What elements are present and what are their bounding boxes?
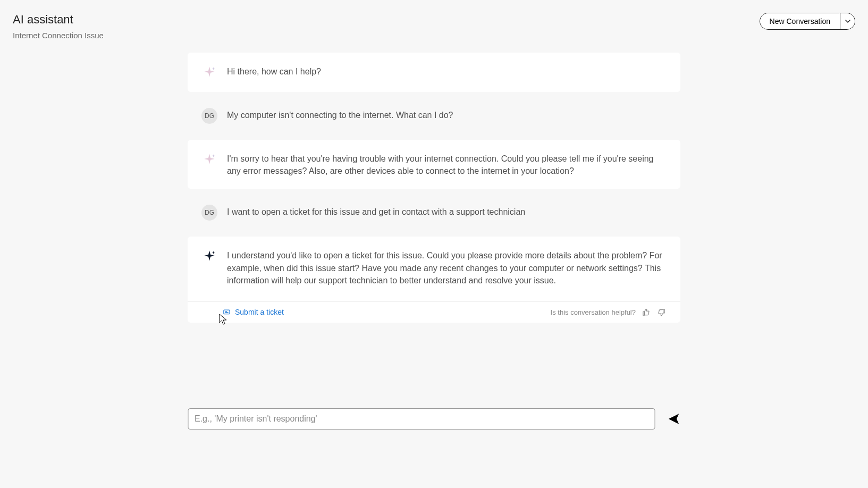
header: AI assistant Internet Connection Issue N… [0,0,868,40]
conversation-thread: Hi there, how can I help? DG My computer… [188,53,680,323]
message-text: I understand you'd like to open a ticket… [227,248,667,287]
user-message: DG I want to open a ticket for this issu… [188,197,680,228]
user-message: DG My computer isn't connecting to the i… [188,100,680,131]
message-input[interactable] [188,408,655,430]
page-title: AI assistant [13,13,104,27]
thumbs-up-button[interactable] [641,307,651,317]
message-action-bar: Submit a ticket Is this conversation hel… [188,301,680,323]
submit-ticket-button[interactable]: Submit a ticket [201,308,284,316]
chevron-down-icon [845,18,851,24]
ticket-icon [223,308,231,316]
sparkle-icon [201,152,217,167]
assistant-message: Hi there, how can I help? [188,53,680,92]
send-icon [667,412,680,426]
message-text: I'm sorry to hear that you're having tro… [227,152,667,177]
header-titles: AI assistant Internet Connection Issue [13,13,104,40]
thumbs-down-button[interactable] [656,307,667,317]
helpful-feedback: Is this conversation helpful? [551,307,667,317]
new-conversation-button[interactable]: New Conversation [760,13,840,29]
new-conversation-split-button: New Conversation [760,13,855,30]
assistant-message: I'm sorry to hear that you're having tro… [188,140,680,189]
submit-ticket-label: Submit a ticket [235,308,284,316]
user-avatar: DG [201,108,217,124]
sparkle-icon [201,248,217,264]
message-text: My computer isn't connecting to the inte… [227,108,453,121]
helpful-prompt: Is this conversation helpful? [551,308,636,316]
conversation-subject: Internet Connection Issue [13,31,104,40]
thumbs-up-icon [642,308,650,316]
send-button[interactable] [667,412,680,426]
user-avatar: DG [201,205,217,221]
thumbs-down-icon [658,308,665,316]
sparkle-icon [201,64,217,80]
message-text: I want to open a ticket for this issue a… [227,205,525,218]
message-text: Hi there, how can I help? [227,64,321,78]
composer [188,408,680,430]
assistant-message: I understand you'd like to open a ticket… [188,237,680,301]
new-conversation-dropdown[interactable] [840,13,855,29]
